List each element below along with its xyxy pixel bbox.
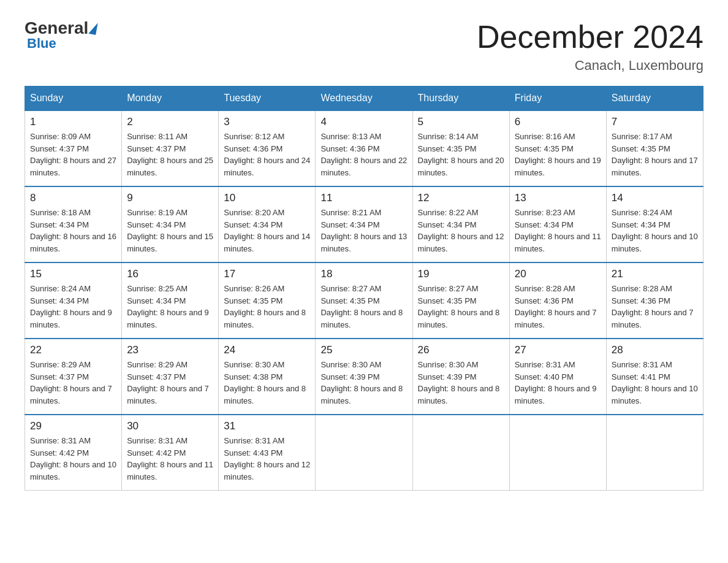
sunrise-label: Sunrise: 8:25 AM — [127, 284, 188, 293]
day-info: Sunrise: 8:28 AM Sunset: 4:36 PM Dayligh… — [515, 283, 601, 331]
daylight-label: Daylight: 8 hours and 7 minutes. — [30, 384, 112, 405]
calendar-cell: 16 Sunrise: 8:25 AM Sunset: 4:34 PM Dayl… — [122, 262, 219, 339]
day-number: 25 — [320, 344, 407, 356]
calendar-cell — [316, 415, 412, 491]
daylight-label: Daylight: 8 hours and 10 minutes. — [612, 384, 698, 405]
daylight-label: Daylight: 8 hours and 20 minutes. — [418, 156, 504, 177]
daylight-label: Daylight: 8 hours and 11 minutes. — [127, 460, 213, 481]
header-saturday: Saturday — [606, 86, 703, 111]
sunset-label: Sunset: 4:35 PM — [224, 296, 282, 305]
logo-blue-label: Blue — [25, 36, 98, 52]
calendar-cell — [606, 415, 703, 491]
day-number: 12 — [418, 192, 504, 204]
sunset-label: Sunset: 4:37 PM — [127, 372, 186, 381]
day-number: 2 — [127, 116, 213, 128]
day-number: 9 — [127, 192, 213, 204]
calendar-table: SundayMondayTuesdayWednesdayThursdayFrid… — [25, 86, 703, 491]
sunset-label: Sunset: 4:35 PM — [418, 296, 477, 305]
day-info: Sunrise: 8:13 AM Sunset: 4:36 PM Dayligh… — [320, 131, 407, 178]
sunrise-label: Sunrise: 8:13 AM — [320, 132, 381, 141]
daylight-label: Daylight: 8 hours and 19 minutes. — [515, 156, 601, 177]
sunset-label: Sunset: 4:34 PM — [30, 220, 89, 229]
header-thursday: Thursday — [412, 86, 509, 111]
sunset-label: Sunset: 4:39 PM — [320, 372, 379, 381]
day-number: 15 — [30, 268, 116, 280]
sunset-label: Sunset: 4:34 PM — [127, 220, 186, 229]
calendar-cell: 15 Sunrise: 8:24 AM Sunset: 4:34 PM Dayl… — [25, 262, 122, 339]
calendar-cell: 13 Sunrise: 8:23 AM Sunset: 4:34 PM Dayl… — [509, 186, 606, 262]
week-row-3: 15 Sunrise: 8:24 AM Sunset: 4:34 PM Dayl… — [25, 262, 703, 339]
day-info: Sunrise: 8:21 AM Sunset: 4:34 PM Dayligh… — [320, 207, 407, 255]
header-sunday: Sunday — [25, 86, 122, 111]
day-number: 21 — [612, 268, 698, 280]
day-number: 16 — [127, 268, 213, 280]
day-info: Sunrise: 8:16 AM Sunset: 4:35 PM Dayligh… — [515, 131, 601, 178]
sunrise-label: Sunrise: 8:18 AM — [30, 208, 91, 217]
sunrise-label: Sunrise: 8:11 AM — [127, 132, 188, 141]
daylight-label: Daylight: 8 hours and 12 minutes. — [418, 232, 504, 253]
sunset-label: Sunset: 4:34 PM — [127, 296, 186, 305]
sunset-label: Sunset: 4:36 PM — [320, 144, 379, 153]
daylight-label: Daylight: 8 hours and 22 minutes. — [320, 156, 407, 177]
sunset-label: Sunset: 4:36 PM — [515, 296, 574, 305]
week-row-4: 22 Sunrise: 8:29 AM Sunset: 4:37 PM Dayl… — [25, 339, 703, 415]
week-row-5: 29 Sunrise: 8:31 AM Sunset: 4:42 PM Dayl… — [25, 415, 703, 491]
sunset-label: Sunset: 4:38 PM — [224, 372, 282, 381]
day-number: 17 — [224, 268, 310, 280]
day-number: 29 — [30, 420, 116, 432]
sunrise-label: Sunrise: 8:28 AM — [612, 284, 672, 293]
calendar-cell: 25 Sunrise: 8:30 AM Sunset: 4:39 PM Dayl… — [316, 339, 412, 415]
sunset-label: Sunset: 4:42 PM — [127, 448, 186, 458]
day-info: Sunrise: 8:09 AM Sunset: 4:37 PM Dayligh… — [30, 131, 116, 178]
daylight-label: Daylight: 8 hours and 8 minutes. — [320, 308, 403, 329]
day-info: Sunrise: 8:31 AM Sunset: 4:41 PM Dayligh… — [612, 359, 698, 407]
day-info: Sunrise: 8:25 AM Sunset: 4:34 PM Dayligh… — [127, 283, 213, 331]
calendar-cell: 12 Sunrise: 8:22 AM Sunset: 4:34 PM Dayl… — [412, 186, 509, 262]
sunrise-label: Sunrise: 8:31 AM — [224, 436, 284, 445]
calendar-cell: 24 Sunrise: 8:30 AM Sunset: 4:38 PM Dayl… — [219, 339, 316, 415]
calendar-cell: 21 Sunrise: 8:28 AM Sunset: 4:36 PM Dayl… — [606, 262, 703, 339]
sunrise-label: Sunrise: 8:19 AM — [127, 208, 188, 217]
day-number: 19 — [418, 268, 504, 280]
sunrise-label: Sunrise: 8:12 AM — [224, 132, 284, 141]
day-number: 3 — [224, 116, 310, 128]
sunrise-label: Sunrise: 8:24 AM — [30, 284, 91, 293]
day-number: 1 — [30, 116, 116, 128]
header-row: SundayMondayTuesdayWednesdayThursdayFrid… — [25, 86, 703, 111]
month-title: December 2024 — [477, 18, 703, 55]
sunrise-label: Sunrise: 8:31 AM — [30, 436, 91, 445]
calendar-cell: 3 Sunrise: 8:12 AM Sunset: 4:36 PM Dayli… — [219, 110, 316, 186]
sunset-label: Sunset: 4:34 PM — [30, 296, 89, 305]
day-number: 22 — [30, 344, 116, 356]
logo-triangle-icon — [89, 21, 98, 35]
calendar-cell: 29 Sunrise: 8:31 AM Sunset: 4:42 PM Dayl… — [25, 415, 122, 491]
daylight-label: Daylight: 8 hours and 27 minutes. — [30, 156, 116, 177]
daylight-label: Daylight: 8 hours and 8 minutes. — [224, 308, 306, 329]
day-number: 4 — [320, 116, 407, 128]
sunset-label: Sunset: 4:35 PM — [320, 296, 379, 305]
location: Canach, Luxembourg — [477, 58, 703, 74]
calendar-cell: 7 Sunrise: 8:17 AM Sunset: 4:35 PM Dayli… — [606, 110, 703, 186]
sunrise-label: Sunrise: 8:31 AM — [127, 436, 188, 445]
calendar-cell: 28 Sunrise: 8:31 AM Sunset: 4:41 PM Dayl… — [606, 339, 703, 415]
day-info: Sunrise: 8:17 AM Sunset: 4:35 PM Dayligh… — [612, 131, 698, 178]
daylight-label: Daylight: 8 hours and 14 minutes. — [224, 232, 310, 253]
calendar-cell: 2 Sunrise: 8:11 AM Sunset: 4:37 PM Dayli… — [122, 110, 219, 186]
calendar-cell — [412, 415, 509, 491]
day-number: 23 — [127, 344, 213, 356]
sunrise-label: Sunrise: 8:31 AM — [612, 360, 672, 369]
calendar-cell: 1 Sunrise: 8:09 AM Sunset: 4:37 PM Dayli… — [25, 110, 122, 186]
daylight-label: Daylight: 8 hours and 24 minutes. — [224, 156, 310, 177]
daylight-label: Daylight: 8 hours and 16 minutes. — [30, 232, 116, 253]
daylight-label: Daylight: 8 hours and 11 minutes. — [515, 232, 601, 253]
sunrise-label: Sunrise: 8:29 AM — [127, 360, 188, 369]
calendar-cell: 26 Sunrise: 8:30 AM Sunset: 4:39 PM Dayl… — [412, 339, 509, 415]
sunset-label: Sunset: 4:39 PM — [418, 372, 477, 381]
day-info: Sunrise: 8:31 AM Sunset: 4:43 PM Dayligh… — [224, 435, 310, 483]
sunset-label: Sunset: 4:34 PM — [515, 220, 574, 229]
daylight-label: Daylight: 8 hours and 13 minutes. — [320, 232, 407, 253]
sunrise-label: Sunrise: 8:29 AM — [30, 360, 91, 369]
day-info: Sunrise: 8:26 AM Sunset: 4:35 PM Dayligh… — [224, 283, 310, 331]
calendar-cell: 17 Sunrise: 8:26 AM Sunset: 4:35 PM Dayl… — [219, 262, 316, 339]
daylight-label: Daylight: 8 hours and 8 minutes. — [224, 384, 306, 405]
